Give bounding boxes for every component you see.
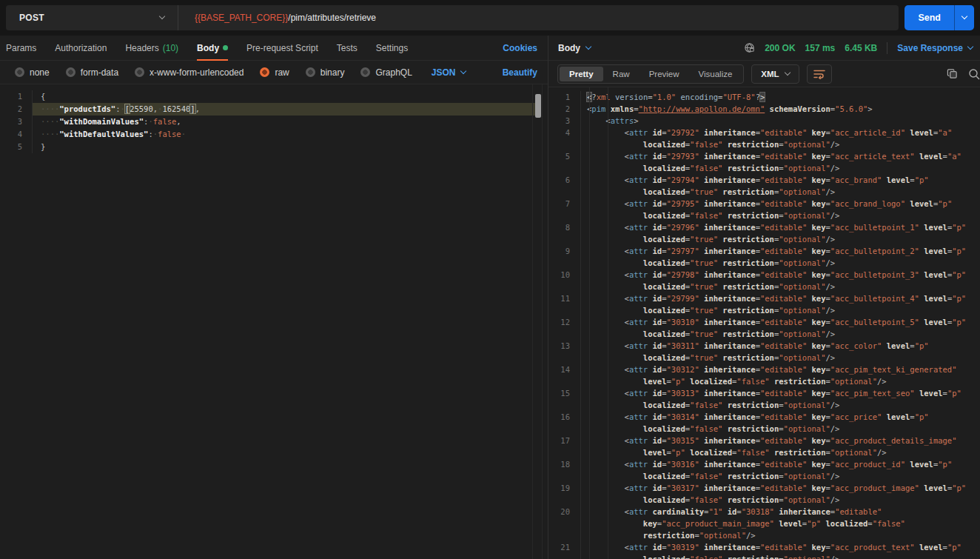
code-line[interactable]: level="p" localized="false" restriction=… — [548, 446, 980, 458]
tab-body[interactable]: Body — [197, 36, 228, 61]
beautify-link[interactable]: Beautify — [503, 67, 537, 78]
format-label: XML — [761, 70, 779, 78]
code-line[interactable]: localized="true" restriction="optional"/… — [548, 257, 980, 269]
code-line[interactable]: 17 <attr id="30315" inheritance="editabl… — [548, 435, 980, 446]
line-number: 6 — [548, 174, 581, 186]
code-line[interactable]: localized="false" restriction="optional"… — [548, 210, 980, 221]
code-line[interactable]: restriction="optional"/> — [548, 529, 980, 541]
body-mode-none[interactable]: none — [15, 67, 50, 78]
code-line[interactable]: localized="false" restriction="optional"… — [548, 470, 980, 482]
line-content: <attrs> — [581, 115, 980, 127]
chevron-down-icon — [784, 69, 790, 75]
code-line[interactable]: 3 <attrs> — [548, 115, 980, 127]
code-line[interactable]: 5 <attr id="29793" inheritance="editable… — [548, 150, 980, 162]
code-line[interactable]: level="p" localized="false" restriction=… — [548, 375, 980, 387]
status-badge[interactable]: 200 OK — [765, 43, 795, 53]
body-mode-graphql[interactable]: GraphQL — [360, 67, 412, 78]
code-line[interactable]: 12 <attr id="30310" inheritance="editabl… — [548, 316, 980, 328]
code-line[interactable]: localized="true" restriction="optional"/… — [548, 304, 980, 316]
code-line[interactable]: 19 <attr id="30317" inheritance="editabl… — [548, 482, 980, 494]
scrollbar-thumb[interactable] — [535, 94, 541, 118]
line-number: 4 — [548, 127, 581, 138]
line-content: <?xml version="1.0" encoding="UTF-8"?> — [581, 91, 980, 103]
send-options-button[interactable] — [955, 5, 974, 30]
code-line[interactable]: localized="true" restriction="optional"/… — [548, 233, 980, 245]
tab-pre-request-script[interactable]: Pre-request Script — [246, 36, 318, 61]
code-line[interactable]: localized="false" restriction="optional"… — [548, 399, 980, 411]
tab-settings[interactable]: Settings — [376, 36, 408, 61]
url-path: /pim/attributes/retrieve — [288, 13, 376, 23]
line-number — [548, 186, 581, 198]
code-line[interactable]: 18 <attr id="30316" inheritance="editabl… — [548, 458, 980, 470]
cookies-link[interactable]: Cookies — [503, 43, 537, 53]
save-response-button[interactable]: Save Response — [897, 43, 973, 53]
code-line[interactable]: localized="false" restriction="optional"… — [548, 553, 980, 559]
line-content: <attr id="30315" inheritance="editable" … — [581, 435, 980, 446]
response-format-dropdown[interactable]: XML — [751, 64, 799, 84]
body-mode-x-www-form-urlencoded[interactable]: x-www-form-urlencoded — [135, 67, 244, 78]
editor-line[interactable]: 5} — [0, 141, 548, 153]
code-line[interactable]: 6 <attr id="29794" inheritance="editable… — [548, 174, 980, 186]
tab-params[interactable]: Params — [6, 36, 36, 61]
language-dropdown[interactable]: JSON — [432, 67, 466, 78]
indent-guide — [589, 87, 590, 559]
tab-authorization[interactable]: Authorization — [55, 36, 107, 61]
response-body-dropdown[interactable]: Body — [558, 43, 591, 53]
code-line[interactable]: 11 <attr id="29799" inheritance="editabl… — [548, 292, 980, 304]
code-line[interactable]: 7 <attr id="29795" inheritance="editable… — [548, 198, 980, 210]
code-line[interactable]: 1<?xml version="1.0" encoding="UTF-8"?> — [548, 91, 980, 103]
body-mode-binary[interactable]: binary — [306, 67, 345, 78]
code-line[interactable]: 9 <attr id="29797" inheritance="editable… — [548, 245, 980, 257]
view-tab-raw[interactable]: Raw — [603, 67, 640, 81]
line-number: 11 — [548, 292, 581, 304]
editor-line[interactable]: 4····"withDefaultValues":·false· — [0, 128, 548, 141]
search-button[interactable] — [968, 68, 980, 80]
code-line[interactable]: 14 <attr id="30312" inheritance="editabl… — [548, 364, 980, 375]
tab-tests[interactable]: Tests — [337, 36, 358, 61]
code-line[interactable]: 13 <attr id="30311" inheritance="editabl… — [548, 340, 980, 352]
body-mode-row: noneform-datax-www-form-urlencodedrawbin… — [0, 61, 548, 84]
code-line[interactable]: 15 <attr id="30313" inheritance="editabl… — [548, 387, 980, 399]
response-actions — [947, 68, 973, 80]
request-body-editor[interactable]: 1{2····"productIds":·[25590,·162540],3··… — [0, 84, 548, 559]
code-line[interactable]: localized="true" restriction="optional"/… — [548, 328, 980, 340]
code-line[interactable]: localized="false" restriction="optional"… — [548, 162, 980, 174]
code-line[interactable]: 21 <attr id="30319" inheritance="editabl… — [548, 541, 980, 553]
wrap-lines-button[interactable] — [807, 64, 832, 84]
code-line[interactable]: 20 <attr cardinality="1" id="30318" inhe… — [548, 506, 980, 518]
network-icon[interactable] — [744, 42, 755, 53]
code-line[interactable]: 4 <attr id="29792" inheritance="editable… — [548, 127, 980, 138]
code-line[interactable]: localized="false" restriction="optional"… — [548, 138, 980, 150]
code-line[interactable]: 8 <attr id="29796" inheritance="editable… — [548, 221, 980, 233]
code-line[interactable]: localized="true" restriction="optional"/… — [548, 186, 980, 198]
body-mode-form-data[interactable]: form-data — [66, 67, 118, 78]
url-input[interactable]: {{BASE_PATH_CORE}}/pim/attributes/retrie… — [178, 13, 376, 23]
view-tab-pretty[interactable]: Pretty — [560, 67, 603, 81]
line-number: 3 — [548, 115, 581, 127]
code-line[interactable]: 2<pim xmlns="http://www.apollon.de/omn" … — [548, 103, 980, 115]
line-number — [548, 304, 581, 316]
response-body-viewer[interactable]: 1<?xml version="1.0" encoding="UTF-8"?>2… — [548, 87, 980, 559]
line-content: localized="false" restriction="optional"… — [581, 210, 980, 221]
line-content: restriction="optional"/> — [581, 529, 980, 541]
copy-button[interactable] — [947, 68, 958, 79]
editor-line[interactable]: 2····"productIds":·[25590,·162540], — [0, 103, 548, 116]
code-line[interactable]: localized="false" restriction="optional"… — [548, 494, 980, 506]
body-mode-raw[interactable]: raw — [260, 67, 289, 78]
code-line[interactable]: localized="true" restriction="optional"/… — [548, 352, 980, 364]
response-time[interactable]: 157 ms — [805, 43, 836, 53]
code-line[interactable]: key="acc_product_main_image" level="p" l… — [548, 518, 980, 529]
editor-line[interactable]: 1{ — [0, 90, 548, 103]
response-size[interactable]: 6.45 KB — [845, 43, 877, 53]
code-line[interactable]: localized="true" restriction="optional"/… — [548, 281, 980, 292]
view-tab-preview[interactable]: Preview — [640, 67, 689, 81]
code-line[interactable]: localized="false" restriction="optional"… — [548, 423, 980, 435]
line-number — [548, 233, 581, 245]
method-selector[interactable]: POST — [6, 13, 178, 23]
code-line[interactable]: 10 <attr id="29798" inheritance="editabl… — [548, 269, 980, 281]
code-line[interactable]: 16 <attr id="30314" inheritance="editabl… — [548, 411, 980, 423]
send-button[interactable]: Send — [905, 5, 954, 30]
view-tab-visualize[interactable]: Visualize — [689, 67, 742, 81]
editor-line[interactable]: 3····"withDomainValues":·false, — [0, 116, 548, 128]
tab-headers[interactable]: Headers(10) — [125, 36, 178, 61]
